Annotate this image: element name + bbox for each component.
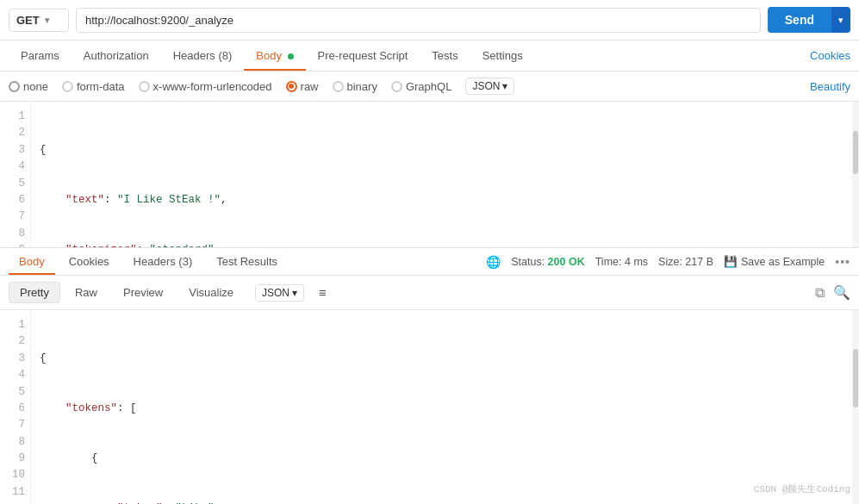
- response-code-editor[interactable]: 1234567891011 { "tokens": [ { "token": "…: [0, 310, 859, 504]
- radio-none[interactable]: none: [9, 80, 48, 93]
- response-code-content[interactable]: { "tokens": [ { "token": "Like", "start_…: [31, 310, 859, 504]
- request-code-content[interactable]: { "text": "I Like StEak !", "tokenizer":…: [31, 102, 859, 247]
- method-value: GET: [16, 14, 40, 27]
- radio-dot-urlencoded: [139, 81, 150, 92]
- status-code: 200 OK: [548, 256, 585, 268]
- tab-body[interactable]: Body: [244, 40, 305, 71]
- resp-tab-test-results[interactable]: Test Results: [206, 248, 288, 275]
- method-select[interactable]: GET ▼: [9, 9, 69, 32]
- json-format-dropdown[interactable]: JSON ▾: [465, 78, 514, 95]
- watermark: CSDN @颜先生Coding: [754, 482, 850, 497]
- response-section: Body Cookies Headers (3) Test Results 🌐 …: [0, 248, 859, 504]
- tab-tests[interactable]: Tests: [420, 40, 470, 71]
- resp-dropdown-chevron: ▾: [292, 287, 297, 299]
- wrap-lines-button[interactable]: ≡: [308, 281, 338, 304]
- tab-headers[interactable]: Headers (8): [161, 40, 245, 71]
- radio-dot-raw: [286, 81, 297, 92]
- response-line-numbers: 1234567891011: [0, 310, 31, 504]
- fmt-pretty-button[interactable]: Pretty: [9, 282, 60, 303]
- url-input[interactable]: [76, 8, 761, 33]
- tab-settings[interactable]: Settings: [470, 40, 535, 71]
- response-status: 🌐 Status: 200 OK Time: 4 ms Size: 217 B …: [486, 255, 850, 269]
- save-icon: 💾: [724, 255, 738, 268]
- response-format-bar: Pretty Raw Preview Visualize JSON ▾ ≡ ⧉ …: [0, 276, 859, 310]
- send-button[interactable]: Send: [768, 7, 831, 33]
- send-btn-group: Send ▾: [768, 7, 850, 33]
- radio-dot-none: [9, 81, 20, 92]
- body-type-bar: none form-data x-www-form-urlencoded raw…: [0, 72, 859, 102]
- response-scrollbar[interactable]: [852, 310, 859, 504]
- request-scrollbar[interactable]: [852, 102, 859, 247]
- send-chevron-button[interactable]: ▾: [831, 7, 850, 33]
- beautify-link[interactable]: Beautify: [810, 80, 850, 93]
- fmt-raw-button[interactable]: Raw: [64, 282, 109, 303]
- request-line-numbers: 123456789: [0, 102, 31, 247]
- globe-icon: 🌐: [486, 255, 501, 269]
- radio-form-data[interactable]: form-data: [62, 80, 125, 93]
- radio-dot-graphql: [391, 81, 402, 92]
- resp-tab-cookies[interactable]: Cookies: [59, 248, 120, 275]
- radio-dot-form-data: [62, 81, 73, 92]
- response-tab-bar: Body Cookies Headers (3) Test Results 🌐 …: [0, 248, 859, 276]
- resp-action-icons: ⧉ 🔍: [815, 284, 850, 301]
- copy-button[interactable]: ⧉: [815, 285, 825, 301]
- more-options-button[interactable]: •••: [835, 255, 850, 269]
- url-bar: GET ▼ Send ▾: [0, 0, 859, 40]
- request-tab-bar: Params Authorization Headers (8) Body Pr…: [0, 40, 859, 72]
- size-label: Size: 217 B: [658, 256, 713, 268]
- fmt-visualize-button[interactable]: Visualize: [177, 282, 245, 303]
- resp-json-dropdown[interactable]: JSON ▾: [255, 284, 304, 302]
- cookies-link[interactable]: Cookies: [810, 49, 850, 62]
- resp-tab-body[interactable]: Body: [9, 248, 55, 275]
- time-value: 4 ms: [625, 256, 648, 268]
- size-value: 217 B: [685, 256, 713, 268]
- fmt-preview-button[interactable]: Preview: [112, 282, 174, 303]
- tab-params[interactable]: Params: [9, 40, 72, 71]
- method-chevron-icon: ▼: [43, 16, 52, 25]
- radio-dot-binary: [333, 81, 344, 92]
- save-as-example-button[interactable]: 💾 Save as Example: [724, 255, 825, 268]
- radio-raw[interactable]: raw: [286, 80, 319, 93]
- radio-binary[interactable]: binary: [333, 80, 377, 93]
- request-code-editor[interactable]: 123456789 { "text": "I Like StEak !", "t…: [0, 102, 859, 248]
- search-button[interactable]: 🔍: [833, 284, 850, 301]
- tab-prerequest[interactable]: Pre-request Script: [306, 40, 420, 71]
- radio-graphql[interactable]: GraphQL: [391, 80, 451, 93]
- app-container: GET ▼ Send ▾ Params Authorization Header…: [0, 0, 859, 504]
- body-dot-indicator: [288, 53, 294, 59]
- time-label: Time: 4 ms: [595, 256, 648, 268]
- radio-urlencoded[interactable]: x-www-form-urlencoded: [139, 80, 272, 93]
- json-dropdown-chevron: ▾: [502, 80, 507, 92]
- status-label: Status: 200 OK: [511, 256, 584, 268]
- resp-tab-headers[interactable]: Headers (3): [123, 248, 203, 275]
- tab-authorization[interactable]: Authorization: [72, 40, 161, 71]
